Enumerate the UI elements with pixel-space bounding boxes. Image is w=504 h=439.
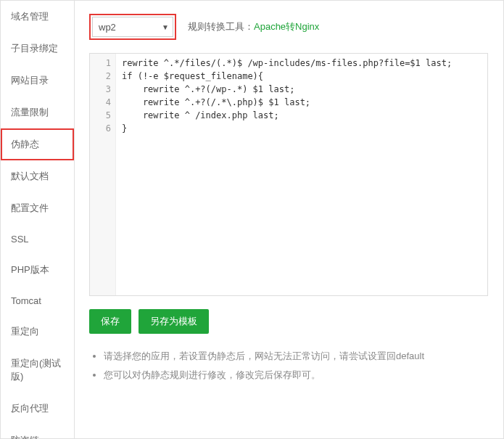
tip-item: 请选择您的应用，若设置伪静态后，网站无法正常访问，请尝试设置回default bbox=[104, 347, 489, 366]
sidebar-item-redirect[interactable]: 重定向 bbox=[1, 316, 74, 348]
main-panel: wp2 ▼ 规则转换工具： Apache转Nginx 1 2 3 4 5 6 r… bbox=[75, 1, 503, 438]
line-number: 3 bbox=[90, 83, 111, 96]
top-row: wp2 ▼ 规则转换工具： Apache转Nginx bbox=[89, 14, 489, 40]
sidebar-item-config[interactable]: 配置文件 bbox=[1, 192, 74, 224]
line-gutter: 1 2 3 4 5 6 bbox=[90, 54, 116, 295]
sidebar-item-traffic[interactable]: 流量限制 bbox=[1, 97, 74, 128]
button-row: 保存 另存为模板 bbox=[89, 309, 489, 334]
sidebar-item-rewrite[interactable]: 伪静态 bbox=[1, 128, 74, 160]
line-number: 2 bbox=[90, 70, 111, 83]
sidebar-item-domain[interactable]: 域名管理 bbox=[1, 1, 74, 33]
sidebar-item-sitedir[interactable]: 网站目录 bbox=[1, 65, 74, 97]
tips-list: 请选择您的应用，若设置伪静态后，网站无法正常访问，请尝试设置回default 您… bbox=[89, 347, 489, 385]
tip-item: 您可以对伪静态规则进行修改，修改完后保存即可。 bbox=[104, 366, 489, 385]
tool-label: 规则转换工具： bbox=[188, 20, 254, 33]
sidebar-item-redirect-beta[interactable]: 重定向(测试版) bbox=[1, 348, 74, 393]
app-container: 域名管理 子目录绑定 网站目录 流量限制 伪静态 默认文档 配置文件 SSL P… bbox=[0, 0, 504, 439]
sidebar: 域名管理 子目录绑定 网站目录 流量限制 伪静态 默认文档 配置文件 SSL P… bbox=[1, 1, 75, 438]
sidebar-item-proxy[interactable]: 反向代理 bbox=[1, 393, 74, 424]
template-select-wrap: wp2 ▼ bbox=[89, 14, 176, 40]
apache-to-nginx-link[interactable]: Apache转Nginx bbox=[254, 20, 319, 33]
sidebar-item-ssl[interactable]: SSL bbox=[1, 224, 74, 254]
line-number: 5 bbox=[90, 109, 111, 122]
code-content[interactable]: rewrite ^.*/files/(.*)$ /wp-includes/ms-… bbox=[116, 54, 487, 295]
save-button[interactable]: 保存 bbox=[89, 309, 131, 334]
sidebar-item-default-doc[interactable]: 默认文档 bbox=[1, 160, 74, 192]
sidebar-item-subdir[interactable]: 子目录绑定 bbox=[1, 33, 74, 65]
save-as-template-button[interactable]: 另存为模板 bbox=[139, 309, 209, 334]
template-select[interactable]: wp2 bbox=[92, 17, 173, 37]
line-number: 6 bbox=[90, 122, 111, 135]
sidebar-item-php[interactable]: PHP版本 bbox=[1, 254, 74, 286]
sidebar-item-hotlink[interactable]: 防盗链 bbox=[1, 424, 74, 439]
line-number: 4 bbox=[90, 96, 111, 109]
line-number: 1 bbox=[90, 57, 111, 70]
sidebar-item-tomcat[interactable]: Tomcat bbox=[1, 286, 74, 316]
code-editor[interactable]: 1 2 3 4 5 6 rewrite ^.*/files/(.*)$ /wp-… bbox=[89, 53, 488, 296]
